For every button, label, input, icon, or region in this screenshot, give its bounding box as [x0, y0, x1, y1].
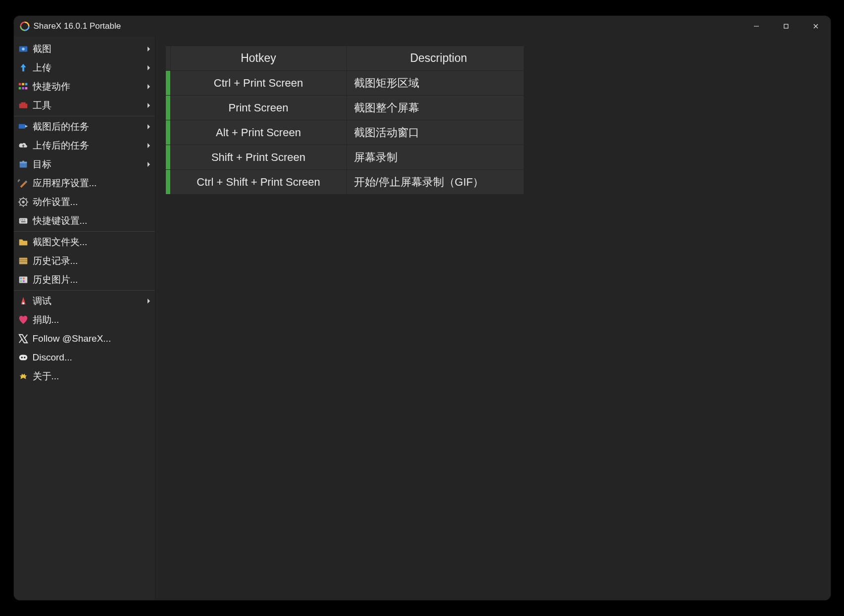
minimize-button[interactable]: [742, 16, 771, 37]
svg-rect-19: [18, 179, 20, 185]
app-settings-icon: [18, 178, 29, 189]
svg-rect-8: [22, 83, 24, 86]
svg-line-29: [26, 199, 27, 200]
sidebar-item-task-settings[interactable]: 动作设置...: [14, 193, 155, 211]
sidebar-item-label: Follow @ShareX...: [33, 333, 150, 344]
chevron-right-icon: [148, 103, 150, 108]
description-cell: 开始/停止屏幕录制（GIF）: [347, 170, 524, 195]
hotkey-table: Hotkey Description Ctrl + Print Screen 截…: [165, 46, 524, 195]
after-upload-icon: [18, 140, 29, 151]
description-cell: 截图整个屏幕: [347, 96, 524, 120]
svg-rect-32: [22, 219, 23, 220]
svg-line-26: [19, 199, 20, 200]
sidebar-item-history[interactable]: 历史记录...: [14, 252, 155, 270]
sidebar-item-hotkey-settings[interactable]: 快捷键设置...: [14, 211, 155, 230]
sidebar-item-image-history[interactable]: 历史图片...: [14, 270, 155, 289]
svg-rect-16: [19, 163, 27, 167]
svg-rect-34: [21, 221, 25, 222]
svg-line-28: [19, 205, 20, 206]
table-row[interactable]: Ctrl + Shift + Print Screen 开始/停止屏幕录制（GI…: [165, 170, 524, 195]
svg-rect-39: [20, 277, 22, 279]
hotkey-cell: Shift + Print Screen: [170, 145, 347, 170]
sidebar-item-after-capture[interactable]: 截图后的任务: [14, 117, 155, 136]
svg-point-21: [22, 201, 25, 204]
description-cell: 截图矩形区域: [347, 71, 524, 96]
svg-rect-30: [19, 218, 27, 224]
sidebar-item-label: 上传: [33, 61, 148, 74]
hotkey-settings-icon: [18, 215, 29, 226]
sidebar-item-app-settings[interactable]: 应用程序设置...: [14, 174, 155, 193]
upload-icon: [18, 62, 29, 73]
sidebar-item-screenshots-folder[interactable]: 截图文件夹...: [14, 233, 155, 252]
svg-rect-44: [19, 355, 27, 360]
svg-rect-15: [18, 124, 25, 129]
sidebar-item-label: 上传后的任务: [33, 139, 148, 152]
chevron-right-icon: [148, 84, 150, 89]
svg-rect-42: [23, 280, 25, 282]
sidebar-item-after-upload[interactable]: 上传后的任务: [14, 136, 155, 155]
sidebar-item-label: Discord...: [33, 352, 150, 363]
debug-icon: [18, 296, 29, 307]
table-row[interactable]: Print Screen 截图整个屏幕: [165, 96, 524, 120]
sidebar-item-label: 截图文件夹...: [33, 236, 150, 249]
chevron-right-icon: [148, 143, 150, 148]
chevron-right-icon: [148, 162, 150, 167]
hotkey-cell: Ctrl + Shift + Print Screen: [170, 170, 347, 195]
sidebar-item-tools[interactable]: 工具: [14, 96, 155, 115]
chevron-right-icon: [148, 65, 150, 70]
menu-group: 截图后的任务 上传后的任务 目标 应用程序设置...: [14, 116, 155, 232]
svg-point-6: [22, 48, 25, 51]
svg-rect-11: [22, 87, 24, 90]
table-header-row: Hotkey Description: [165, 46, 524, 71]
titlebar[interactable]: ShareX 16.0.1 Portable: [14, 16, 831, 37]
maximize-button[interactable]: [771, 16, 801, 37]
status-indicator: [165, 145, 170, 170]
svg-rect-13: [19, 103, 27, 108]
hotkey-cell: Ctrl + Print Screen: [170, 71, 347, 96]
sidebar-item-donate[interactable]: 捐助...: [14, 310, 155, 329]
sidebar-item-label: 历史图片...: [33, 273, 150, 286]
sidebar-item-destinations[interactable]: 目标: [14, 155, 155, 174]
history-icon: [18, 256, 29, 266]
sidebar-item-upload[interactable]: 上传: [14, 58, 155, 77]
menu-group: 截图 上传 快捷动作 工具: [14, 39, 155, 116]
close-button[interactable]: [801, 16, 831, 37]
hotkey-cell: Alt + Print Screen: [170, 120, 347, 145]
content-area: 截图 上传 快捷动作 工具: [14, 37, 831, 600]
svg-rect-9: [25, 83, 27, 86]
svg-point-45: [21, 357, 23, 359]
svg-rect-7: [18, 83, 21, 86]
hotkey-column-header: Hotkey: [170, 46, 347, 71]
main-panel: Hotkey Description Ctrl + Print Screen 截…: [155, 37, 831, 600]
sidebar: 截图 上传 快捷动作 工具: [14, 37, 155, 600]
image-history-icon: [18, 274, 29, 285]
sidebar-item-capture[interactable]: 截图: [14, 40, 155, 58]
description-cell: 屏幕录制: [347, 145, 524, 170]
hotkey-cell: Print Screen: [170, 96, 347, 120]
sidebar-item-label: 快捷动作: [33, 80, 148, 93]
table-row[interactable]: Shift + Print Screen 屏幕录制: [165, 145, 524, 170]
table-row[interactable]: Alt + Print Screen 截图活动窗口: [165, 120, 524, 145]
description-column-header: Description: [347, 46, 524, 71]
svg-line-27: [26, 205, 27, 206]
tools-icon: [18, 100, 29, 111]
sidebar-item-workflow[interactable]: 快捷动作: [14, 77, 155, 96]
sidebar-item-debug[interactable]: 调试: [14, 292, 155, 310]
workflow-icon: [18, 81, 29, 92]
chevron-right-icon: [148, 299, 150, 304]
destinations-icon: [18, 159, 29, 170]
status-indicator: [165, 96, 170, 120]
sidebar-item-discord[interactable]: Discord...: [14, 348, 155, 367]
after-capture-icon: [18, 121, 29, 132]
sidebar-item-twitter[interactable]: Follow @ShareX...: [14, 329, 155, 348]
sidebar-item-label: 工具: [33, 99, 148, 112]
sidebar-item-about[interactable]: 关于...: [14, 367, 155, 386]
discord-icon: [18, 352, 29, 363]
svg-rect-18: [22, 161, 24, 162]
table-row[interactable]: Ctrl + Print Screen 截图矩形区域: [165, 71, 524, 96]
menu-group: 调试 捐助... Follow @ShareX... Discord...: [14, 291, 155, 387]
menu-group: 截图文件夹... 历史记录... 历史图片...: [14, 232, 155, 291]
about-icon: [18, 371, 29, 382]
capture-icon: [18, 44, 29, 54]
indicator-column-header: [165, 46, 170, 71]
